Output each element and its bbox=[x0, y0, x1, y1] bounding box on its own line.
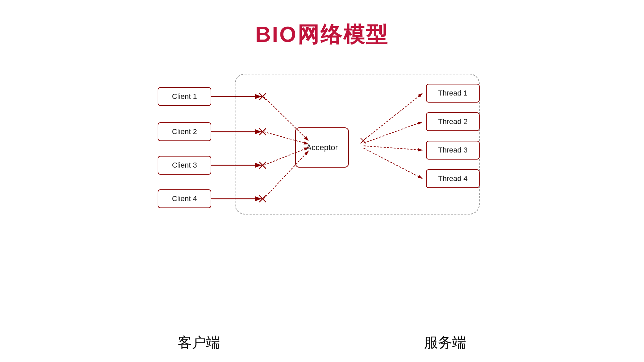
thread-box-1: Thread 1 bbox=[426, 84, 480, 103]
server-side-label: 服务端 bbox=[424, 333, 466, 352]
thread-box-4: Thread 4 bbox=[426, 169, 480, 188]
thread-box-3: Thread 3 bbox=[426, 141, 480, 160]
client-box-3: Client 3 bbox=[158, 156, 211, 175]
thread-box-2: Thread 2 bbox=[426, 112, 480, 131]
bottom-labels: 客户端 服务端 bbox=[158, 333, 486, 352]
acceptor-box: Acceptor bbox=[295, 127, 349, 168]
diagram-area: Client 1 Client 2 Client 3 Client 4 Thre… bbox=[158, 74, 486, 221]
client-box-1: Client 1 bbox=[158, 87, 211, 106]
page-title: BIO网络模型 bbox=[0, 0, 644, 49]
client-box-4: Client 4 bbox=[158, 189, 211, 208]
client-side-label: 客户端 bbox=[178, 333, 220, 352]
client-box-2: Client 2 bbox=[158, 122, 211, 141]
